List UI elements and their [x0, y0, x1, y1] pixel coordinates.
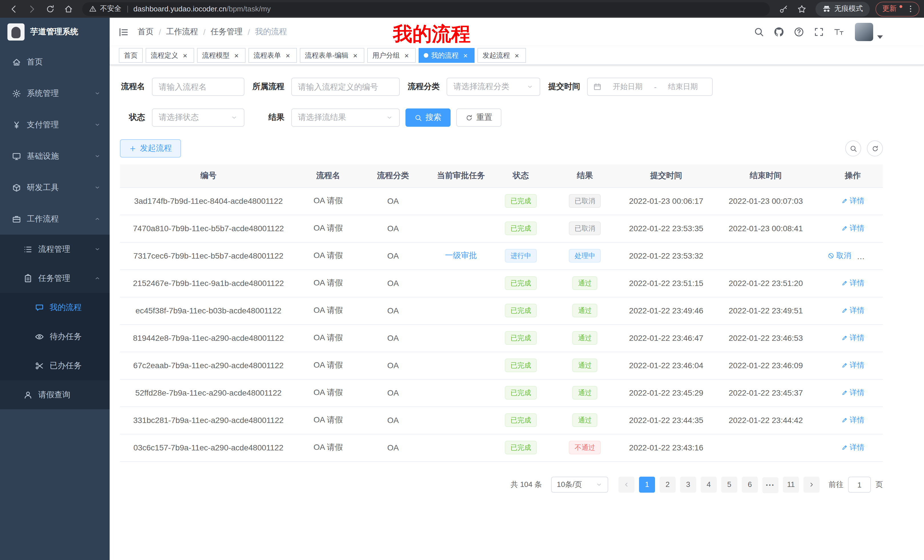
sidebar-item-infrastructure[interactable]: 基础设施 — [0, 141, 110, 172]
tab-close-icon[interactable]: × — [181, 51, 189, 59]
result-tag: 处理中 — [569, 249, 601, 263]
detail-link[interactable]: 详情 — [841, 388, 864, 398]
detail-link[interactable]: 详情 — [841, 442, 864, 453]
more-pages-button[interactable]: ••• — [762, 477, 778, 493]
cell-operations: 详情 — [823, 379, 883, 406]
search-icon[interactable] — [754, 27, 764, 37]
page-button-11[interactable]: 11 — [783, 476, 799, 493]
url-separator — [127, 5, 128, 12]
user-menu[interactable] — [855, 23, 883, 41]
detail-link[interactable]: 详情 — [841, 223, 864, 234]
breadcrumb-item[interactable]: 工作流程 — [166, 27, 198, 37]
browser-reload-icon[interactable] — [46, 4, 55, 13]
process-def-input[interactable] — [291, 78, 400, 96]
page-button-2[interactable]: 2 — [660, 476, 676, 493]
category-select[interactable]: 请选择流程分类 — [447, 78, 540, 96]
detail-link[interactable]: 详情 — [841, 196, 864, 206]
sidebar-item-system-manage[interactable]: 系统管理 — [0, 78, 110, 109]
sidebar-item-done-task[interactable]: 已办任务 — [0, 351, 110, 380]
tab-close-icon[interactable]: × — [513, 51, 521, 59]
status-tag: 已完成 — [505, 413, 537, 427]
detail-link[interactable]: 详情 — [841, 278, 864, 288]
update-chip[interactable]: 更新 — [876, 1, 920, 16]
tab-close-icon[interactable]: × — [284, 51, 292, 59]
address-bar[interactable]: 不安全 dashboard.yudao.iocoder.cn/bpm/task/… — [82, 2, 770, 16]
create-process-button[interactable]: 发起流程 — [120, 139, 181, 157]
next-page-button[interactable] — [804, 477, 819, 493]
sidebar-item-process-manage[interactable]: 流程管理 — [0, 235, 110, 264]
tab-process-form[interactable]: 流程表单× — [248, 48, 297, 63]
cell-actions: 详情 — [838, 334, 867, 343]
search-button[interactable]: 搜索 — [405, 108, 451, 127]
browser-home-icon[interactable] — [64, 4, 73, 13]
detail-link[interactable]: 详情 — [841, 305, 864, 316]
tab-process-definition[interactable]: 流程定义× — [146, 48, 194, 63]
sidebar-item-my-process[interactable]: 我的流程 — [0, 293, 110, 322]
sidebar-item-payment-manage[interactable]: 支付管理 — [0, 109, 110, 141]
page-button-3[interactable]: 3 — [680, 476, 696, 493]
edit-icon — [841, 389, 848, 396]
reset-button[interactable]: 重置 — [456, 108, 501, 127]
page-button-1[interactable]: 1 — [639, 476, 655, 493]
cell-result: 处理中 — [546, 242, 624, 270]
goto-page-input[interactable] — [848, 477, 871, 493]
current-task-link[interactable]: 一级审批 — [445, 251, 477, 260]
hamburger-icon[interactable] — [118, 27, 129, 37]
page-size-select[interactable]: 10条/页 — [551, 477, 608, 493]
tab-process-model[interactable]: 流程模型× — [197, 48, 246, 63]
fullscreen-icon[interactable] — [814, 27, 824, 37]
tab-start-process[interactable]: 发起流程× — [477, 48, 526, 63]
sidebar-item-leave-query[interactable]: 请假查询 — [0, 380, 110, 409]
tab-user-group[interactable]: 用户分组× — [367, 48, 416, 63]
detail-link[interactable]: 详情 — [841, 360, 864, 370]
cell-end-time: 2022-01-22 23:46:53 — [709, 324, 823, 352]
prev-page-button[interactable] — [618, 477, 634, 493]
breadcrumb-item[interactable]: 首页 — [138, 27, 154, 37]
cell-end-time — [709, 434, 823, 461]
avatar[interactable] — [855, 23, 873, 41]
tab-close-icon[interactable]: × — [351, 51, 359, 59]
cancel-link[interactable]: 取消 — [828, 251, 851, 261]
page-button-4[interactable]: 4 — [701, 476, 717, 493]
cell-operations: 详情 — [823, 215, 883, 242]
tab-close-icon[interactable]: × — [461, 51, 470, 59]
app-logo[interactable]: 芋道管理系统 — [0, 18, 110, 46]
process-name-input[interactable] — [152, 78, 244, 96]
tab-home[interactable]: 首页 — [119, 48, 143, 63]
sidebar-item-dev-tools[interactable]: 研发工具 — [0, 172, 110, 203]
sidebar-item-todo-task[interactable]: 待办任务 — [0, 322, 110, 351]
browser-forward-icon[interactable] — [27, 4, 36, 13]
password-manager-icon[interactable] — [779, 4, 788, 13]
detail-link[interactable]: 详情 — [841, 333, 864, 343]
page-button-5[interactable]: 5 — [721, 476, 737, 493]
tab-my-process[interactable]: 我的流程× — [418, 48, 475, 63]
tab-process-form-edit[interactable]: 流程表单-编辑× — [300, 48, 364, 63]
help-icon[interactable] — [794, 27, 804, 37]
cell-submit-time: 2022-01-22 23:49:46 — [623, 297, 709, 324]
filter-status-label: 状态 — [120, 112, 152, 123]
tab-close-icon[interactable]: × — [403, 51, 411, 59]
sidebar-item-task-manage[interactable]: 任务管理 — [0, 264, 110, 293]
sidebar-item-workflow[interactable]: 工作流程 — [0, 203, 110, 235]
edit-icon — [841, 198, 848, 204]
browser-menu-icon[interactable] — [906, 4, 915, 13]
sidebar-item-home[interactable]: 首页 — [0, 46, 110, 78]
edit-icon — [841, 280, 848, 287]
browser-back-icon[interactable] — [9, 4, 18, 13]
bookmark-star-icon[interactable] — [797, 4, 806, 13]
result-select[interactable]: 请选择流结果 — [291, 108, 400, 127]
status-select[interactable]: 请选择状态 — [152, 108, 244, 127]
detail-link[interactable]: 详情 — [841, 415, 864, 425]
breadcrumb-item[interactable]: 任务管理 — [211, 27, 243, 37]
tab-close-icon[interactable]: × — [232, 51, 240, 59]
security-warning-icon[interactable] — [89, 5, 96, 13]
page-button-6[interactable]: 6 — [742, 476, 758, 493]
github-icon[interactable] — [774, 27, 784, 37]
refresh-table-button[interactable] — [867, 141, 883, 156]
cell-process-id: 7470a810-7b9b-11ec-b5b7-acde48001122 — [120, 215, 297, 242]
toggle-search-button[interactable] — [845, 141, 861, 156]
update-dot — [900, 5, 902, 8]
submit-time-range[interactable]: 开始日期 - 结束日期 — [587, 78, 713, 96]
font-size-icon[interactable] — [834, 27, 844, 37]
filter-category-label: 流程分类 — [405, 82, 447, 92]
